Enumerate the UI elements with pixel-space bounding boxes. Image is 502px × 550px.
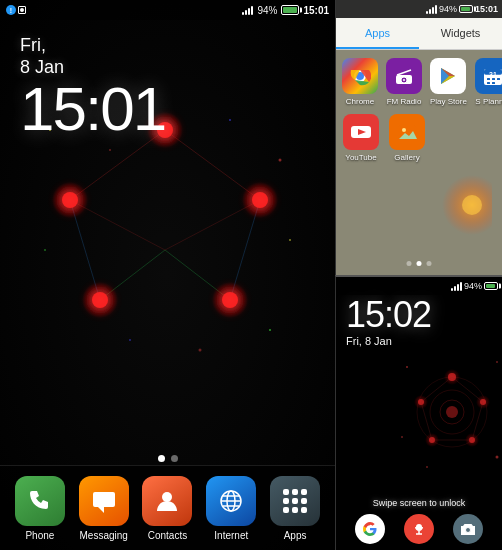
app-chrome[interactable]: Chrome: [342, 58, 378, 106]
signal-bar: [432, 7, 434, 14]
br-bottom-icons: [336, 514, 502, 544]
signal-bar: [435, 5, 437, 14]
grid-cell: [301, 498, 307, 504]
signal-bar: [451, 288, 453, 291]
svg-point-58: [402, 128, 406, 132]
chrome-icon: [342, 58, 378, 94]
app-gallery-label: Gallery: [394, 153, 419, 162]
dot-2: [171, 455, 178, 462]
contacts-app-icon: [142, 476, 192, 526]
phone-app-icon: [15, 476, 65, 526]
left-panel: ! 94% 15:01 Fri, 8 Jan 15:01: [0, 0, 335, 550]
signal-bar-4: [251, 6, 253, 15]
br-status-icons: 94%: [451, 281, 498, 291]
google-voice-button[interactable]: [404, 514, 434, 544]
apps-content-area: Chrome FM Radio: [336, 50, 502, 275]
dock-messaging[interactable]: Messaging: [79, 476, 129, 541]
fm-radio-icon: [386, 58, 422, 94]
svg-rect-51: [492, 78, 495, 80]
dock-apps[interactable]: Apps: [270, 476, 320, 541]
dock-internet[interactable]: Internet: [206, 476, 256, 541]
battery-pct-br: 94%: [464, 281, 482, 291]
dock-messaging-label: Messaging: [80, 530, 128, 541]
signal-bar: [454, 286, 456, 291]
grid-cell: [292, 489, 298, 495]
time-top-right: 15:01: [475, 4, 498, 14]
app-gallery[interactable]: Gallery: [388, 114, 426, 162]
signal-bar: [429, 9, 431, 14]
google-g-button[interactable]: [355, 514, 385, 544]
br-particle-art: [397, 347, 497, 467]
apps-app-icon: [270, 476, 320, 526]
status-left-icons: !: [6, 5, 26, 15]
svg-rect-28: [93, 492, 115, 507]
battery-fill: [461, 7, 470, 11]
dock-contacts[interactable]: Contacts: [142, 476, 192, 541]
app-youtube-label: YouTube: [345, 153, 376, 162]
apps-grid-icon: [283, 489, 307, 513]
svg-rect-54: [492, 82, 495, 84]
battery-icon-br: [484, 282, 498, 290]
svg-point-83: [401, 436, 403, 438]
status-right-info: 94% 15:01: [242, 5, 329, 16]
svg-rect-50: [487, 78, 490, 80]
svg-point-82: [496, 361, 498, 363]
app-s-planner-label: S Planner: [475, 97, 502, 106]
gallery-icon: [389, 114, 425, 150]
apps-row-2: YouTube Gallery: [336, 114, 502, 162]
apps-status-bar: 94% 15:01: [336, 0, 502, 18]
battery-icon-top-right: [459, 5, 473, 13]
apps-dot-2: [417, 261, 422, 266]
right-panel: 94% 15:01 Apps Widgets: [335, 0, 502, 550]
time-display-left: Fri, 8 Jan 15:01: [20, 35, 165, 140]
app-play-store[interactable]: Play Store: [430, 58, 467, 106]
svg-point-12: [279, 159, 282, 162]
dots-indicator-left: [158, 455, 178, 462]
signal-bars-br: [451, 281, 462, 291]
tab-widgets[interactable]: Widgets: [419, 18, 502, 49]
svg-point-61: [462, 195, 482, 215]
svg-point-84: [496, 456, 499, 459]
app-fm-radio-label: FM Radio: [387, 97, 422, 106]
app-s-planner[interactable]: 31 S Planner: [475, 58, 502, 106]
svg-point-17: [269, 329, 271, 331]
svg-point-27: [222, 292, 238, 308]
signal-bar-2: [245, 10, 247, 15]
time-status-left: 15:01: [303, 5, 329, 16]
bottom-right-panel: 94% 15:02 Fri, 8 Jan: [335, 275, 502, 550]
svg-point-30: [162, 492, 172, 502]
app-youtube[interactable]: YouTube: [342, 114, 380, 162]
top-right-particle: [412, 175, 492, 255]
svg-rect-52: [497, 78, 500, 80]
br-date: Fri, 8 Jan: [346, 335, 431, 347]
br-time-big: 15:02: [346, 297, 431, 333]
battery-pct-top-right: 94%: [439, 4, 457, 14]
signal-bars-right: [426, 4, 437, 14]
internet-app-icon: [206, 476, 256, 526]
youtube-icon: [343, 114, 379, 150]
tab-apps[interactable]: Apps: [336, 18, 419, 49]
dock-phone[interactable]: Phone: [15, 476, 65, 541]
apps-dot-1: [407, 261, 412, 266]
svg-point-60: [442, 175, 492, 235]
dock-phone-label: Phone: [25, 530, 54, 541]
app-fm-radio[interactable]: FM Radio: [386, 58, 422, 106]
svg-line-39: [397, 70, 411, 75]
play-store-icon: [430, 58, 466, 94]
particle-glow-svg: [412, 175, 492, 255]
grid-cell: [301, 489, 307, 495]
grid-cell: [283, 498, 289, 504]
apps-dot-3: [427, 261, 432, 266]
swipe-to-unlock-text: Swipe screen to unlock: [373, 498, 466, 508]
signal-bar: [457, 284, 459, 291]
svg-point-16: [199, 349, 202, 352]
bottom-right-status-bar: 94%: [336, 277, 502, 295]
camera-button[interactable]: [453, 514, 483, 544]
battery-icon-left: [281, 5, 299, 15]
dock-internet-label: Internet: [214, 530, 248, 541]
battery-fill: [283, 7, 296, 13]
grid-cell: [283, 489, 289, 495]
svg-point-10: [109, 149, 111, 151]
time-left: 15:01: [20, 78, 165, 140]
battery-fill: [486, 284, 495, 288]
